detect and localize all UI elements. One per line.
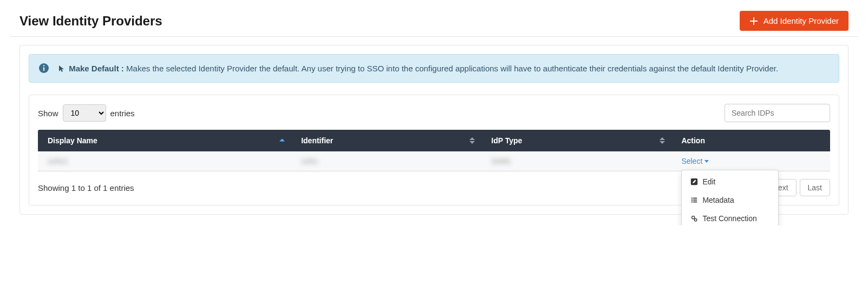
show-label-post: entries (110, 109, 135, 118)
svg-rect-8 (691, 202, 693, 203)
cell-idp-type: SAML (491, 157, 512, 165)
entries-info: Showing 1 to 1 of 1 entries (38, 183, 134, 192)
list-icon (690, 196, 698, 204)
sort-icon (279, 139, 285, 143)
col-action-label: Action (681, 136, 705, 145)
menu-item-edit[interactable]: Edit (682, 172, 778, 191)
divider (10, 36, 858, 37)
menu-item-metadata[interactable]: Metadata (682, 191, 778, 209)
svg-rect-7 (694, 200, 697, 201)
cell-display-name: zoho1 (48, 157, 68, 165)
action-dropdown-menu: Edit Metadata Test Connection (681, 170, 779, 225)
sort-icon (469, 137, 475, 144)
col-action: Action (671, 130, 830, 151)
gears-icon (690, 215, 698, 222)
col-idp-type[interactable]: IdP Type (481, 130, 671, 151)
add-identity-provider-label: Add Identity Provider (763, 16, 839, 25)
menu-item-edit-label: Edit (702, 177, 715, 186)
svg-rect-5 (694, 198, 697, 199)
col-identifier-label: Identifier (301, 136, 333, 145)
col-idp-type-label: IdP Type (491, 136, 522, 145)
edit-icon (690, 178, 698, 185)
menu-item-metadata-label: Metadata (702, 196, 734, 204)
info-banner: Make Default : Makes the selected Identi… (29, 54, 839, 83)
menu-item-test-connection[interactable]: Test Connection (682, 209, 778, 225)
col-display-name-label: Display Name (48, 136, 97, 145)
table-row: zoho1 zoho SAML Select (38, 151, 830, 171)
pagination-last-button[interactable]: Last (800, 179, 830, 196)
idp-table-container: Show 10 entries Display Name (29, 95, 839, 205)
caret-down-icon (704, 160, 709, 163)
action-select-label: Select (681, 157, 702, 165)
info-description: Makes the selected Identity Provider the… (124, 64, 778, 73)
add-identity-provider-button[interactable]: Add Identity Provider (740, 11, 849, 31)
cursor-icon (58, 65, 65, 72)
svg-point-11 (695, 219, 697, 221)
show-label-pre: Show (38, 109, 58, 118)
cell-identifier: zoho (301, 157, 317, 165)
page-title: View Identity Providers (19, 14, 162, 29)
action-select-dropdown[interactable]: Select (681, 157, 709, 165)
col-identifier[interactable]: Identifier (291, 130, 481, 151)
plus-icon (749, 17, 758, 25)
search-input[interactable] (725, 104, 830, 122)
sort-icon (660, 137, 665, 144)
entries-per-page-select[interactable]: 10 (63, 104, 106, 122)
col-display-name[interactable]: Display Name (38, 130, 291, 151)
svg-point-10 (692, 216, 695, 219)
idp-table: Display Name Identifier IdP Type (38, 130, 830, 171)
info-icon (39, 63, 49, 73)
svg-point-2 (43, 65, 45, 67)
menu-item-test-connection-label: Test Connection (702, 214, 756, 223)
svg-rect-9 (694, 202, 697, 203)
info-title: Make Default : (69, 64, 124, 73)
svg-rect-4 (691, 198, 693, 199)
svg-rect-1 (43, 67, 44, 71)
svg-rect-6 (691, 200, 693, 201)
